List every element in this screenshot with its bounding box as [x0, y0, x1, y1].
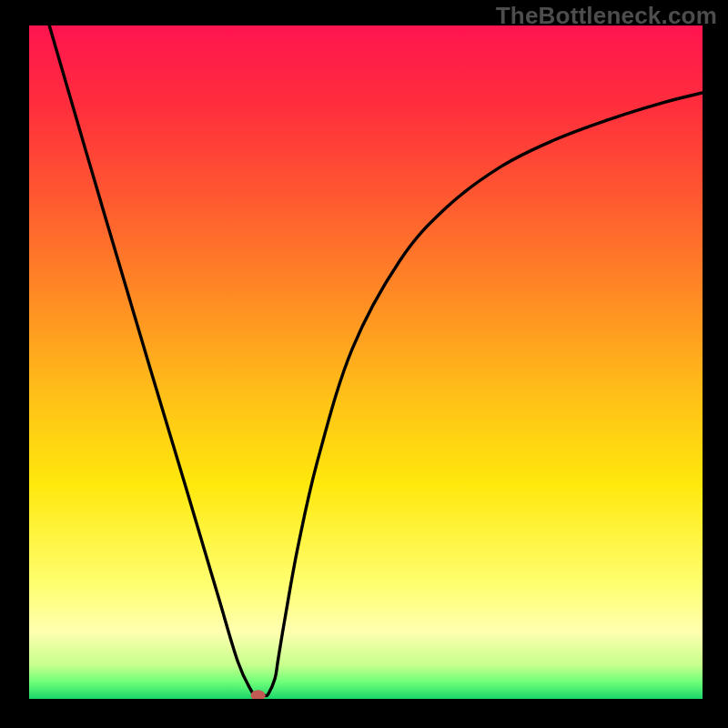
watermark-label: TheBottleneck.com	[496, 2, 717, 30]
chart-frame: TheBottleneck.com	[0, 0, 728, 728]
plot-svg	[29, 25, 703, 699]
gradient-background	[29, 25, 703, 699]
plot-area	[29, 25, 703, 699]
